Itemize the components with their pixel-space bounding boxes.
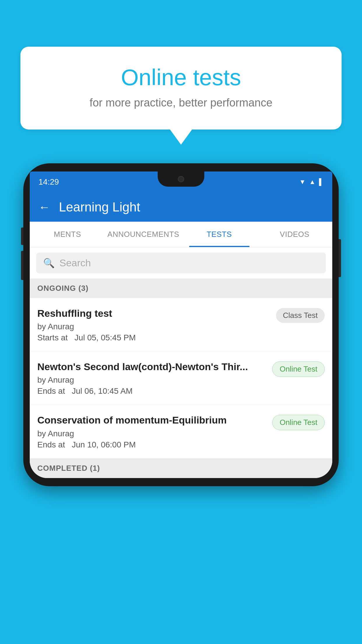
test-item-author: by Anurag <box>37 429 266 438</box>
tab-announcements[interactable]: ANNOUNCEMENTS <box>105 222 182 247</box>
phone-mockup: 14:29 ▼ ▲ ▌ ← Learning Light MENTS <box>23 163 339 486</box>
battery-icon: ▌ <box>319 178 324 186</box>
app-bar: ← Learning Light <box>30 192 332 222</box>
test-item-title: Newton's Second law(contd)-Newton's Thir… <box>37 360 266 373</box>
phone-notch <box>158 172 204 187</box>
test-item[interactable]: Reshuffling test by Anurag Starts at Jul… <box>30 298 332 351</box>
camera-icon <box>178 176 184 182</box>
speech-bubble-container: Online tests for more practice, better p… <box>20 47 342 130</box>
completed-section-header: COMPLETED (1) <box>30 459 332 478</box>
test-badge-class: Class Test <box>276 308 325 323</box>
phone-screen: MENTS ANNOUNCEMENTS TESTS VIDEOS 🔍 Searc… <box>30 222 332 478</box>
search-icon: 🔍 <box>43 258 55 269</box>
speech-bubble-title: Online tests <box>44 64 318 91</box>
test-item-date: Ends at Jul 06, 10:45 AM <box>37 386 266 396</box>
back-button[interactable]: ← <box>38 201 50 214</box>
wifi-icon: ▼ <box>299 178 306 186</box>
search-bar[interactable]: 🔍 Search <box>36 253 326 273</box>
test-item-title: Reshuffling test <box>37 307 270 320</box>
test-item-content: Conservation of momentum-Equilibrium by … <box>37 414 272 449</box>
status-bar: 14:29 ▼ ▲ ▌ <box>30 172 332 192</box>
phone-side-button-power <box>339 239 341 277</box>
search-input[interactable]: Search <box>59 257 91 269</box>
speech-bubble: Online tests for more practice, better p… <box>20 47 342 130</box>
phone-side-button-vol-down <box>21 251 23 280</box>
tab-tests[interactable]: TESTS <box>182 222 257 247</box>
speech-bubble-subtitle: for more practice, better performance <box>44 97 318 109</box>
test-item-content: Reshuffling test by Anurag Starts at Jul… <box>37 307 276 342</box>
status-time: 14:29 <box>38 177 59 187</box>
test-item-title: Conservation of momentum-Equilibrium <box>37 414 266 426</box>
phone-side-button-vol-up <box>21 228 23 245</box>
app-bar-title: Learning Light <box>59 200 140 214</box>
test-item-date: Ends at Jun 10, 06:00 PM <box>37 440 266 449</box>
phone-frame: 14:29 ▼ ▲ ▌ ← Learning Light MENTS <box>23 163 339 486</box>
test-item-content: Newton's Second law(contd)-Newton's Thir… <box>37 360 272 396</box>
test-item-author: by Anurag <box>37 322 270 331</box>
search-container: 🔍 Search <box>30 247 332 279</box>
test-list: Reshuffling test by Anurag Starts at Jul… <box>30 298 332 459</box>
test-item-author: by Anurag <box>37 375 266 385</box>
test-item[interactable]: Newton's Second law(contd)-Newton's Thir… <box>30 351 332 405</box>
signal-icon: ▲ <box>309 178 316 186</box>
status-icons: ▼ ▲ ▌ <box>299 178 324 186</box>
tabs-container: MENTS ANNOUNCEMENTS TESTS VIDEOS <box>30 222 332 247</box>
test-item-date: Starts at Jul 05, 05:45 PM <box>37 333 270 342</box>
ongoing-section-header: ONGOING (3) <box>30 279 332 298</box>
tab-videos[interactable]: VIDEOS <box>257 222 332 247</box>
tab-ments[interactable]: MENTS <box>30 222 105 247</box>
test-badge-online-2: Online Test <box>272 415 325 430</box>
test-badge-online: Online Test <box>272 361 325 377</box>
test-item[interactable]: Conservation of momentum-Equilibrium by … <box>30 405 332 458</box>
